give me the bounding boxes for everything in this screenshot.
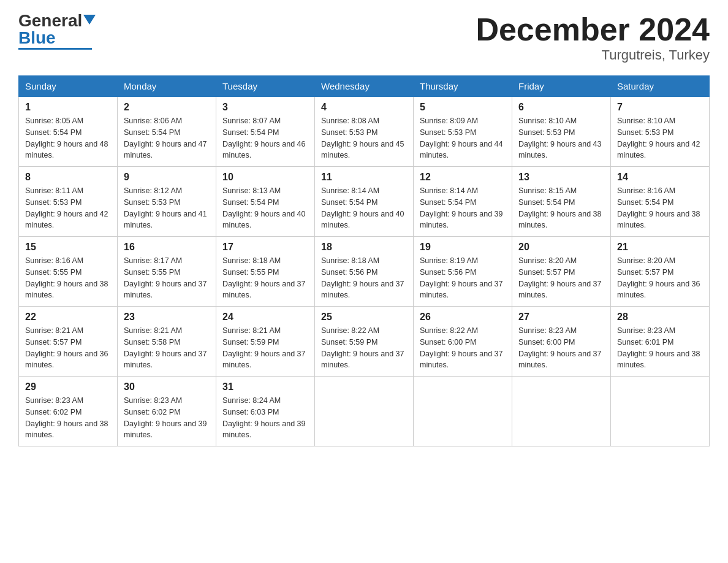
day-number: 13 — [518, 172, 604, 183]
day-info: Sunrise: 8:15 AMSunset: 5:54 PMDaylight:… — [518, 185, 604, 231]
header-saturday: Saturday — [611, 76, 710, 97]
header-monday: Monday — [118, 76, 216, 97]
day-info: Sunrise: 8:23 AMSunset: 6:00 PMDaylight:… — [518, 325, 604, 371]
day-info: Sunrise: 8:18 AMSunset: 5:56 PMDaylight:… — [321, 255, 407, 301]
day-info: Sunrise: 8:18 AMSunset: 5:55 PMDaylight:… — [222, 255, 308, 301]
calendar-cell: 8Sunrise: 8:11 AMSunset: 5:53 PMDaylight… — [19, 167, 118, 237]
day-info: Sunrise: 8:14 AMSunset: 5:54 PMDaylight:… — [321, 185, 407, 231]
calendar-table: SundayMondayTuesdayWednesdayThursdayFrid… — [18, 75, 710, 446]
day-number: 7 — [617, 102, 703, 113]
day-info: Sunrise: 8:11 AMSunset: 5:53 PMDaylight:… — [25, 185, 111, 231]
day-number: 15 — [25, 242, 111, 253]
calendar-cell: 21Sunrise: 8:20 AMSunset: 5:57 PMDayligh… — [611, 237, 710, 307]
calendar-cell: 29Sunrise: 8:23 AMSunset: 6:02 PMDayligh… — [19, 377, 118, 446]
day-info: Sunrise: 8:10 AMSunset: 5:53 PMDaylight:… — [617, 115, 703, 161]
day-number: 26 — [420, 312, 506, 323]
calendar-cell: 30Sunrise: 8:23 AMSunset: 6:02 PMDayligh… — [118, 377, 216, 446]
day-info: Sunrise: 8:12 AMSunset: 5:53 PMDaylight:… — [124, 185, 210, 231]
day-number: 6 — [518, 102, 604, 113]
calendar-cell: 10Sunrise: 8:13 AMSunset: 5:54 PMDayligh… — [216, 167, 315, 237]
day-number: 27 — [518, 312, 604, 323]
day-number: 17 — [222, 242, 308, 253]
day-number: 14 — [617, 172, 703, 183]
day-info: Sunrise: 8:20 AMSunset: 5:57 PMDaylight:… — [518, 255, 604, 301]
header-sunday: Sunday — [19, 76, 118, 97]
calendar-cell: 28Sunrise: 8:23 AMSunset: 6:01 PMDayligh… — [611, 307, 710, 377]
calendar-cell: 14Sunrise: 8:16 AMSunset: 5:54 PMDayligh… — [611, 167, 710, 237]
calendar-subtitle: Turgutreis, Turkey — [476, 47, 710, 63]
calendar-cell: 9Sunrise: 8:12 AMSunset: 5:53 PMDaylight… — [118, 167, 216, 237]
calendar-cell: 31Sunrise: 8:24 AMSunset: 6:03 PMDayligh… — [216, 377, 315, 446]
calendar-cell: 20Sunrise: 8:20 AMSunset: 5:57 PMDayligh… — [512, 237, 611, 307]
title-block: December 2024 Turgutreis, Turkey — [476, 12, 710, 63]
calendar-cell: 18Sunrise: 8:18 AMSunset: 5:56 PMDayligh… — [315, 237, 414, 307]
day-number: 5 — [420, 102, 506, 113]
week-row-5: 29Sunrise: 8:23 AMSunset: 6:02 PMDayligh… — [19, 377, 710, 446]
day-info: Sunrise: 8:21 AMSunset: 5:57 PMDaylight:… — [25, 325, 111, 371]
day-info: Sunrise: 8:05 AMSunset: 5:54 PMDaylight:… — [25, 115, 111, 161]
day-number: 1 — [25, 102, 111, 113]
day-info: Sunrise: 8:13 AMSunset: 5:54 PMDaylight:… — [222, 185, 308, 231]
day-number: 22 — [25, 312, 111, 323]
week-row-1: 1Sunrise: 8:05 AMSunset: 5:54 PMDaylight… — [19, 97, 710, 167]
day-info: Sunrise: 8:24 AMSunset: 6:03 PMDaylight:… — [222, 395, 308, 441]
day-number: 19 — [420, 242, 506, 253]
calendar-cell: 27Sunrise: 8:23 AMSunset: 6:00 PMDayligh… — [512, 307, 611, 377]
calendar-cell: 19Sunrise: 8:19 AMSunset: 5:56 PMDayligh… — [414, 237, 512, 307]
day-info: Sunrise: 8:21 AMSunset: 5:59 PMDaylight:… — [222, 325, 308, 371]
calendar-cell: 6Sunrise: 8:10 AMSunset: 5:53 PMDaylight… — [512, 97, 611, 167]
day-number: 18 — [321, 242, 407, 253]
day-info: Sunrise: 8:07 AMSunset: 5:54 PMDaylight:… — [222, 115, 308, 161]
day-info: Sunrise: 8:23 AMSunset: 6:02 PMDaylight:… — [25, 395, 111, 441]
calendar-cell — [611, 377, 710, 446]
day-info: Sunrise: 8:16 AMSunset: 5:54 PMDaylight:… — [617, 185, 703, 231]
day-number: 25 — [321, 312, 407, 323]
calendar-cell: 5Sunrise: 8:09 AMSunset: 5:53 PMDaylight… — [414, 97, 512, 167]
day-info: Sunrise: 8:14 AMSunset: 5:54 PMDaylight:… — [420, 185, 506, 231]
week-row-3: 15Sunrise: 8:16 AMSunset: 5:55 PMDayligh… — [19, 237, 710, 307]
calendar-cell: 24Sunrise: 8:21 AMSunset: 5:59 PMDayligh… — [216, 307, 315, 377]
calendar-cell: 17Sunrise: 8:18 AMSunset: 5:55 PMDayligh… — [216, 237, 315, 307]
calendar-cell: 1Sunrise: 8:05 AMSunset: 5:54 PMDaylight… — [19, 97, 118, 167]
day-info: Sunrise: 8:22 AMSunset: 6:00 PMDaylight:… — [420, 325, 506, 371]
calendar-cell: 15Sunrise: 8:16 AMSunset: 5:55 PMDayligh… — [19, 237, 118, 307]
day-info: Sunrise: 8:23 AMSunset: 6:01 PMDaylight:… — [617, 325, 703, 371]
day-number: 24 — [222, 312, 308, 323]
logo: General Blue — [18, 12, 96, 50]
day-number: 8 — [25, 172, 111, 183]
day-info: Sunrise: 8:16 AMSunset: 5:55 PMDaylight:… — [25, 255, 111, 301]
calendar-cell: 4Sunrise: 8:08 AMSunset: 5:53 PMDaylight… — [315, 97, 414, 167]
day-info: Sunrise: 8:23 AMSunset: 6:02 PMDaylight:… — [124, 395, 210, 441]
week-row-2: 8Sunrise: 8:11 AMSunset: 5:53 PMDaylight… — [19, 167, 710, 237]
week-row-4: 22Sunrise: 8:21 AMSunset: 5:57 PMDayligh… — [19, 307, 710, 377]
day-info: Sunrise: 8:22 AMSunset: 5:59 PMDaylight:… — [321, 325, 407, 371]
calendar-cell: 7Sunrise: 8:10 AMSunset: 5:53 PMDaylight… — [611, 97, 710, 167]
logo-blue-text: Blue — [18, 29, 56, 47]
page-header: General Blue December 2024 Turgutreis, T… — [18, 12, 710, 63]
day-info: Sunrise: 8:19 AMSunset: 5:56 PMDaylight:… — [420, 255, 506, 301]
calendar-cell: 13Sunrise: 8:15 AMSunset: 5:54 PMDayligh… — [512, 167, 611, 237]
calendar-cell: 25Sunrise: 8:22 AMSunset: 5:59 PMDayligh… — [315, 307, 414, 377]
day-number: 23 — [124, 312, 210, 323]
logo-triangle-icon — [83, 15, 96, 25]
day-number: 28 — [617, 312, 703, 323]
calendar-cell: 23Sunrise: 8:21 AMSunset: 5:58 PMDayligh… — [118, 307, 216, 377]
day-info: Sunrise: 8:10 AMSunset: 5:53 PMDaylight:… — [518, 115, 604, 161]
day-number: 20 — [518, 242, 604, 253]
calendar-cell: 12Sunrise: 8:14 AMSunset: 5:54 PMDayligh… — [414, 167, 512, 237]
day-info: Sunrise: 8:06 AMSunset: 5:54 PMDaylight:… — [124, 115, 210, 161]
calendar-cell — [315, 377, 414, 446]
day-info: Sunrise: 8:21 AMSunset: 5:58 PMDaylight:… — [124, 325, 210, 371]
day-number: 30 — [124, 381, 210, 393]
day-info: Sunrise: 8:20 AMSunset: 5:57 PMDaylight:… — [617, 255, 703, 301]
day-number: 16 — [124, 242, 210, 253]
day-number: 9 — [124, 172, 210, 183]
day-number: 12 — [420, 172, 506, 183]
day-number: 3 — [222, 102, 308, 113]
calendar-cell: 26Sunrise: 8:22 AMSunset: 6:00 PMDayligh… — [414, 307, 512, 377]
calendar-cell: 3Sunrise: 8:07 AMSunset: 5:54 PMDaylight… — [216, 97, 315, 167]
calendar-cell — [512, 377, 611, 446]
header-friday: Friday — [512, 76, 611, 97]
day-info: Sunrise: 8:09 AMSunset: 5:53 PMDaylight:… — [420, 115, 506, 161]
logo-underline — [18, 48, 92, 50]
